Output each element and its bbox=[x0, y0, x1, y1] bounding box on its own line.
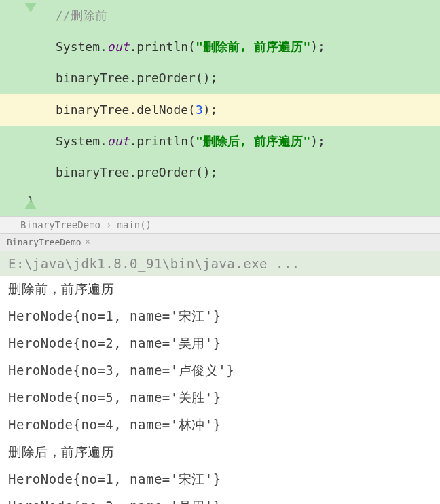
console-command: E:\java\jdk1.8.0_91\bin\java.exe ... bbox=[0, 251, 440, 276]
close-icon[interactable]: × bbox=[86, 237, 90, 247]
code-line-preorder-2: binaryTree.preOrder(); bbox=[0, 157, 440, 188]
code-editor[interactable]: //删除前 System.out.println("删除前, 前序遍历"); b… bbox=[0, 0, 440, 216]
comment-text: //删除前 bbox=[56, 8, 107, 22]
console-output[interactable]: E:\java\jdk1.8.0_91\bin\java.exe ... 删除前… bbox=[0, 251, 440, 504]
tab-label: BinaryTreeDemo bbox=[7, 237, 81, 247]
code-line-delnode: binaryTree.delNode(3); bbox=[0, 94, 440, 126]
console-line: HeroNode{no=2, name='吴用'} bbox=[0, 493, 440, 504]
code-line-println-after: System.out.println("删除后, 前序遍历"); bbox=[0, 126, 440, 157]
console-line: 删除前，前序遍历 bbox=[0, 276, 440, 303]
code-line-preorder-1: binaryTree.preOrder(); bbox=[0, 62, 440, 94]
console-tab-bar: BinaryTreeDemo × bbox=[0, 234, 440, 251]
code-line-brace: } bbox=[0, 188, 440, 216]
console-line: HeroNode{no=3, name='卢俊义'} bbox=[0, 357, 440, 384]
console-line: HeroNode{no=5, name='关胜'} bbox=[0, 384, 440, 412]
tab-binarytreedemo[interactable]: BinaryTreeDemo × bbox=[0, 234, 96, 251]
breadcrumb-method[interactable]: main() bbox=[117, 219, 151, 230]
console-line: 删除后，前序遍历 bbox=[0, 439, 440, 466]
console-line: HeroNode{no=2, name='吴用'} bbox=[0, 330, 440, 357]
breadcrumb-class[interactable]: BinaryTreeDemo bbox=[20, 219, 100, 230]
chevron-right-icon: › bbox=[106, 219, 111, 230]
console-line: HeroNode{no=4, name='林冲'} bbox=[0, 412, 440, 439]
console-line: HeroNode{no=1, name='宋江'} bbox=[0, 466, 440, 493]
code-line-comment: //删除前 bbox=[0, 0, 440, 31]
breadcrumb: BinaryTreeDemo › main() bbox=[0, 216, 440, 234]
code-line-println-before: System.out.println("删除前, 前序遍历"); bbox=[0, 31, 440, 62]
console-line: HeroNode{no=1, name='宋江'} bbox=[0, 303, 440, 330]
